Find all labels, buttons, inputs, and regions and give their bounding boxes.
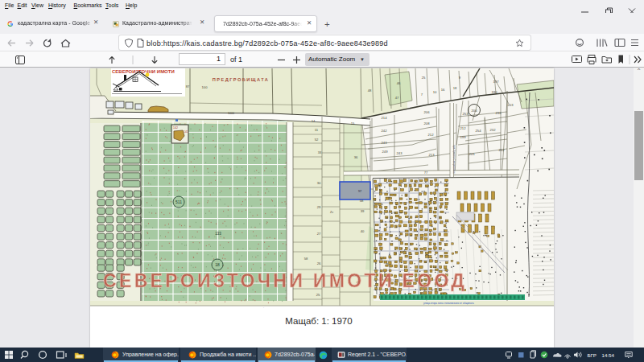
svg-text:Zv: Zv <box>330 211 333 214</box>
svg-text:25: 25 <box>316 293 320 297</box>
svg-text:30: 30 <box>317 181 321 185</box>
svg-text:СЕВЕРОИЗТОЧНИ ИМОТИ ЕООД: СЕВЕРОИЗТОЧНИ ИМОТИ ЕООД <box>103 270 467 291</box>
svg-text:100: 100 <box>202 85 208 89</box>
svg-text:197: 197 <box>493 80 500 84</box>
svg-text:26: 26 <box>317 261 321 265</box>
svg-text:15: 15 <box>351 121 355 125</box>
svg-text:46: 46 <box>397 81 401 85</box>
svg-text:87: 87 <box>186 84 190 88</box>
svg-text:16: 16 <box>441 88 445 92</box>
svg-text:40: 40 <box>361 229 365 233</box>
svg-text:14: 14 <box>312 119 316 123</box>
svg-text:11: 11 <box>315 128 319 132</box>
svg-text:142: 142 <box>173 126 178 130</box>
svg-text:141: 141 <box>184 130 188 134</box>
svg-text:243: 243 <box>397 151 403 155</box>
svg-text:18: 18 <box>215 262 220 267</box>
svg-text:254: 254 <box>476 129 482 133</box>
svg-text:253: 253 <box>463 112 469 116</box>
svg-text:204: 204 <box>472 109 478 113</box>
svg-text:улица втора зона стопанисвано: улица втора зона стопанисвано от общинат… <box>423 302 474 305</box>
svg-text:бул.Христо Смирненски: бул.Христо Смирненски <box>452 145 456 174</box>
svg-text:29: 29 <box>317 205 321 209</box>
svg-text:232: 232 <box>490 128 497 132</box>
svg-text:243: 243 <box>382 141 388 145</box>
svg-text:52: 52 <box>315 138 319 142</box>
svg-text:199: 199 <box>460 135 467 139</box>
svg-text:СЕВЕРОИЗТОЧНИ ИМОТИ: СЕВЕРОИЗТОЧНИ ИМОТИ <box>112 69 175 74</box>
svg-text:212: 212 <box>428 133 435 137</box>
svg-text:511: 511 <box>175 200 182 204</box>
svg-text:242: 242 <box>382 129 388 133</box>
svg-text:214: 214 <box>382 116 388 120</box>
svg-text:133: 133 <box>215 232 221 236</box>
svg-text:1000: 1000 <box>228 112 234 115</box>
svg-text:97: 97 <box>358 190 361 193</box>
svg-text:58: 58 <box>304 257 308 261</box>
svg-text:25: 25 <box>422 76 426 80</box>
svg-text:27: 27 <box>317 232 321 236</box>
svg-text:48: 48 <box>368 88 372 93</box>
svg-text:47: 47 <box>395 96 399 100</box>
svg-text:236: 236 <box>496 111 502 115</box>
svg-text:249: 249 <box>382 150 389 154</box>
svg-text:39: 39 <box>361 209 365 213</box>
svg-text:213: 213 <box>429 153 436 157</box>
svg-text:205: 205 <box>469 152 476 156</box>
svg-text:202: 202 <box>499 148 506 152</box>
svg-text:206: 206 <box>424 110 431 114</box>
svg-text:212: 212 <box>460 126 467 130</box>
svg-text:208: 208 <box>424 121 431 125</box>
svg-text:10: 10 <box>433 90 437 94</box>
svg-text:18: 18 <box>453 86 457 90</box>
svg-text:33: 33 <box>318 150 322 154</box>
svg-text:58: 58 <box>360 199 364 203</box>
svg-text:203: 203 <box>508 103 514 107</box>
svg-text:36: 36 <box>354 155 358 159</box>
svg-text:190: 190 <box>492 90 498 94</box>
svg-text:ПРЕДГРОБИЩАТА: ПРЕДГРОБИЩАТА <box>213 77 269 82</box>
svg-text:77: 77 <box>424 171 428 175</box>
